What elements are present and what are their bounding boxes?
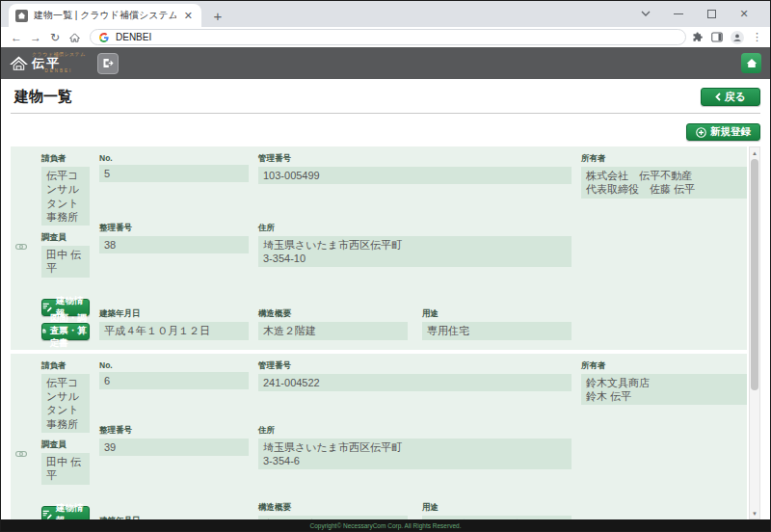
app-footer: Copyright© NecessaryCom Corp. All Rights… [1, 519, 770, 531]
reload-icon[interactable]: ↻ [45, 32, 65, 43]
inspector-value: 田中 伝平 [41, 246, 90, 278]
browser-home-icon[interactable] [65, 33, 84, 42]
browser-window: 建物一覧 | クラウド補償システム 伝 ✕ + ✕ ← → ↻ [0, 0, 771, 532]
maximize-button[interactable] [695, 4, 728, 23]
tab-title: 建物一覧 | クラウド補償システム 伝 [34, 9, 176, 22]
owner-value: 株式会社 伝平不動産 代表取締役 佐藤 伝平 [581, 167, 747, 199]
chevron-left-icon [715, 93, 721, 101]
structure-value: 木造２階建 [258, 322, 408, 339]
no-value: 6 [99, 372, 249, 389]
scroll-down-icon[interactable]: ▼ [752, 508, 758, 519]
app-home-button[interactable] [741, 53, 761, 73]
built-value: 平成４年１０月１２日 [99, 322, 249, 339]
owner-value: 鈴木文具商店 鈴木 伝平 [581, 374, 747, 406]
usage-group: 用途併用住宅（専用住宅、店舗・事務所） [422, 502, 572, 519]
browser-toolbar: ← → ↻ DENBEI [1, 27, 770, 47]
owner-group: 所有者株式会社 伝平不動産 代表取締役 佐藤 伝平 [581, 153, 747, 216]
logout-button[interactable] [97, 53, 119, 74]
building-info-button[interactable]: 建物情報 [41, 506, 90, 519]
plus-circle-icon [696, 127, 706, 138]
kanri-group: 管理番号103-005499 [258, 153, 572, 216]
logout-icon [102, 58, 114, 68]
contractor-value: 伝平コンサルタント事務所 [41, 167, 90, 226]
contractor-value: 伝平コンサルタント事務所 [41, 374, 90, 433]
link-icon[interactable] [15, 243, 27, 251]
profile-avatar[interactable] [731, 31, 744, 44]
seiri-value: 39 [99, 439, 249, 456]
site-favicon-icon [15, 10, 28, 22]
usage-value: 専用住宅 [422, 322, 572, 339]
seiri-value: 38 [99, 236, 249, 253]
logo-subtitle: DENBEI [32, 69, 86, 74]
contractor-group: 請負者伝平コンサルタント事務所 [41, 153, 90, 226]
address-bar[interactable]: DENBEI [90, 29, 686, 45]
browser-tab[interactable]: 建物一覧 | クラウド補償システム 伝 ✕ [9, 4, 201, 27]
address-group: 住所埼玉県さいたま市西区伝平町 3-354-10 [258, 223, 572, 285]
address-value: 埼玉県さいたま市西区伝平町 3-354-6 [258, 439, 572, 470]
built-group: 建築年月日平成４年１０月１２日 [99, 308, 249, 339]
scroll-up-icon[interactable]: ▲ [752, 147, 758, 158]
no-value: 5 [99, 165, 249, 182]
window-chevron-icon[interactable] [629, 4, 662, 23]
url-text: DENBEI [116, 32, 151, 42]
list-edit-icon [42, 302, 52, 312]
building-record: No.5 管理番号103-005499 所有者株式会社 伝平不動産 代表取締役 … [11, 146, 747, 350]
kanri-value: 103-005499 [258, 167, 572, 184]
side-panel-icon[interactable] [711, 32, 723, 42]
building-list: No.5 管理番号103-005499 所有者株式会社 伝平不動産 代表取締役 … [11, 146, 760, 519]
no-group: No.6 [99, 360, 249, 418]
kanri-value: 241-004522 [258, 374, 572, 391]
back-icon[interactable]: ← [7, 32, 26, 43]
no-group: No.5 [99, 153, 249, 216]
owner-group: 所有者鈴木文具商店 鈴木 伝平 [581, 360, 747, 418]
new-tab-button[interactable]: + [207, 5, 228, 26]
page-title: 建物一覧 [14, 88, 72, 106]
kanri-group: 管理番号241-004522 [258, 360, 572, 418]
inspector-value: 田中 伝平 [41, 453, 90, 485]
inspector-group: 調査員田中 伝平 [41, 232, 90, 278]
close-button[interactable]: ✕ [728, 4, 760, 23]
scrollbar[interactable]: ▲ ▼ [749, 146, 760, 519]
list-edit-icon [42, 509, 52, 519]
app-header: クラウド補償システム 伝平 DENBEI [1, 47, 770, 79]
minimize-button[interactable] [662, 4, 695, 23]
structure-group: 構造概要木造平屋建 [258, 502, 408, 519]
building-record: No.6 管理番号241-004522 所有者鈴木文具商店 鈴木 伝平 請負者伝… [11, 354, 747, 519]
address-group: 住所埼玉県さいたま市西区伝平町 3-354-6 [258, 425, 572, 483]
contractor-group: 請負者伝平コンサルタント事務所 [41, 360, 90, 433]
app-logo: クラウド補償システム 伝平 DENBEI [10, 52, 86, 74]
google-g-icon [99, 33, 109, 42]
browser-menu-icon[interactable]: ⋮ [752, 31, 762, 43]
back-button[interactable]: 戻る [701, 88, 760, 106]
structure-group: 構造概要木造２階建 [258, 308, 408, 339]
home-icon [746, 58, 758, 68]
copyright-text: Copyright© NecessaryCom Corp. All Rights… [310, 522, 462, 529]
tab-close-icon[interactable]: ✕ [182, 10, 195, 22]
seiri-group: 整理番号38 [99, 223, 249, 285]
forward-icon[interactable]: → [26, 32, 45, 43]
seiri-group: 整理番号39 [99, 425, 249, 483]
structure-value: 木造平屋建 [258, 516, 408, 519]
usage-group: 用途専用住宅 [422, 308, 572, 339]
scrollbar-thumb[interactable] [751, 159, 758, 390]
denbei-roof-icon [10, 56, 28, 70]
documents-button[interactable]: 図面・調査票・算定書 [41, 323, 90, 340]
address-value: 埼玉県さいたま市西区伝平町 3-354-10 [258, 236, 572, 268]
built-group: 建築年月日平成１１年６月２３日 [99, 516, 249, 519]
usage-value: 併用住宅（専用住宅、店舗・事務所） [422, 516, 572, 519]
inspector-group: 調査員田中 伝平 [41, 439, 90, 485]
window-controls: ✕ [629, 4, 760, 23]
link-icon[interactable] [15, 450, 27, 458]
page-body: 建物一覧 戻る 新規登録 No.5 管理番号103-0054 [1, 79, 770, 519]
extensions-puzzle-icon[interactable] [692, 32, 704, 43]
tab-strip: 建物一覧 | クラウド補償システム 伝 ✕ + ✕ [1, 1, 770, 27]
toolbar-right: ⋮ [692, 31, 764, 44]
new-registration-button[interactable]: 新規登録 [686, 123, 760, 141]
document-icon [42, 326, 46, 336]
